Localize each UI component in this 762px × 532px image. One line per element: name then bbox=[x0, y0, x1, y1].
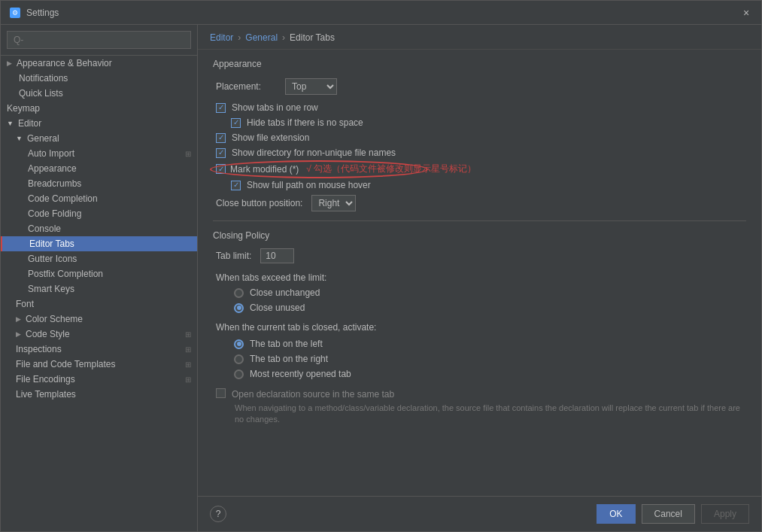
placement-select[interactable]: Top Bottom Left Right None bbox=[285, 78, 337, 95]
sidebar-item-gutter-icons[interactable]: Gutter Icons bbox=[1, 251, 197, 266]
sidebar-item-editor[interactable]: ▼ Editor bbox=[1, 116, 197, 131]
most-recently-radio[interactable] bbox=[234, 369, 244, 379]
settings-content: Appearance Placement: Top Bottom Left Ri… bbox=[198, 50, 761, 496]
hide-tabs-label: Hide tabs if there is no space bbox=[247, 117, 363, 128]
when-closed-radio-group: The tab on the left The tab on the right… bbox=[213, 339, 746, 379]
exceed-label-row: When tabs exceed the limit: bbox=[213, 272, 746, 283]
title-bar: ⚙ Settings × bbox=[1, 1, 761, 25]
close-unused-radio[interactable] bbox=[234, 303, 244, 313]
placement-row: Placement: Top Bottom Left Right None bbox=[213, 78, 746, 95]
close-btn-label: Close button position: bbox=[216, 198, 302, 208]
collapse-icon: ▶ bbox=[16, 330, 21, 338]
window-title: Settings bbox=[26, 8, 59, 18]
sidebar-item-notifications[interactable]: Notifications bbox=[1, 71, 197, 86]
apply-button[interactable]: Apply bbox=[701, 504, 749, 524]
sidebar-item-file-encodings[interactable]: File Encodings ⊞ bbox=[1, 372, 197, 387]
sidebar-item-editor-tabs[interactable]: Editor Tabs bbox=[1, 236, 197, 251]
breadcrumb-sep1: › bbox=[238, 32, 241, 43]
most-recently-row: Most recently opened tab bbox=[234, 369, 746, 379]
nav-tree: ▶ Appearance & Behavior Notifications Qu… bbox=[1, 56, 197, 531]
tab-right-radio[interactable] bbox=[234, 354, 244, 364]
search-box bbox=[1, 25, 197, 56]
collapse-icon: ▶ bbox=[7, 59, 12, 67]
open-declaration-label: Open declaration source in the same tab bbox=[232, 389, 394, 400]
open-declaration-desc: When navigating to a method/class/variab… bbox=[232, 403, 746, 426]
tab-left-row: The tab on the left bbox=[234, 339, 746, 349]
open-declaration-content: Open declaration source in the same tab … bbox=[232, 388, 746, 426]
sidebar-item-inspections[interactable]: Inspections ⊞ bbox=[1, 342, 197, 357]
sidebar: ▶ Appearance & Behavior Notifications Qu… bbox=[1, 25, 198, 531]
sidebar-item-color-scheme[interactable]: ▶ Color Scheme bbox=[1, 312, 197, 327]
ok-button[interactable]: OK bbox=[597, 504, 635, 524]
close-btn-select[interactable]: Right Left None bbox=[311, 195, 356, 211]
tab-limit-row: Tab limit: bbox=[213, 248, 746, 263]
close-unchanged-row: Close unchanged bbox=[234, 287, 746, 298]
breadcrumb-sep2: › bbox=[282, 32, 285, 43]
sidebar-item-auto-import[interactable]: Auto Import ⊞ bbox=[1, 146, 197, 161]
show-full-path-checkbox[interactable] bbox=[231, 181, 241, 190]
show-dir-checkbox[interactable] bbox=[216, 148, 226, 158]
sidebar-item-postfix-completion[interactable]: Postfix Completion bbox=[1, 266, 197, 281]
tab-right-label: The tab on the right bbox=[250, 354, 328, 364]
sidebar-item-code-completion[interactable]: Code Completion bbox=[1, 191, 197, 206]
close-unchanged-radio[interactable] bbox=[234, 288, 244, 298]
cancel-button[interactable]: Cancel bbox=[642, 504, 695, 524]
breadcrumb-editor[interactable]: Editor bbox=[210, 32, 233, 43]
close-unused-label: Close unused bbox=[250, 302, 305, 313]
show-full-path-row: Show full path on mouse hover bbox=[213, 180, 746, 190]
breadcrumb: Editor › General › Editor Tabs bbox=[198, 25, 761, 50]
show-tabs-checkbox[interactable] bbox=[216, 103, 226, 113]
show-tabs-label: Show tabs in one row bbox=[232, 102, 318, 113]
exceed-radio-group: Close unchanged Close unused bbox=[213, 287, 746, 313]
help-button[interactable]: ? bbox=[210, 506, 226, 522]
show-ext-checkbox[interactable] bbox=[216, 133, 226, 143]
sidebar-item-appearance-behavior[interactable]: ▶ Appearance & Behavior bbox=[1, 56, 197, 71]
open-declaration-checkbox[interactable] bbox=[216, 388, 226, 398]
tab-limit-input[interactable] bbox=[260, 248, 294, 263]
item-icon: ⊞ bbox=[185, 345, 191, 354]
settings-window: ⚙ Settings × ▶ Appearance & Behavior Not… bbox=[0, 0, 762, 532]
hide-tabs-checkbox[interactable] bbox=[231, 118, 241, 128]
sidebar-item-file-code-templates[interactable]: File and Code Templates ⊞ bbox=[1, 357, 197, 372]
search-input[interactable] bbox=[7, 31, 191, 49]
most-recently-label: Most recently opened tab bbox=[250, 369, 351, 379]
appearance-section-title: Appearance bbox=[213, 59, 746, 69]
sidebar-item-smart-keys[interactable]: Smart Keys bbox=[1, 281, 197, 296]
sidebar-item-code-style[interactable]: ▶ Code Style ⊞ bbox=[1, 327, 197, 342]
action-buttons: OK Cancel Apply bbox=[597, 504, 749, 524]
close-btn-position-row: Close button position: Right Left None bbox=[213, 195, 746, 211]
item-icon: ⊞ bbox=[185, 375, 191, 384]
title-bar-left: ⚙ Settings bbox=[10, 8, 59, 18]
sidebar-item-quick-lists[interactable]: Quick Lists bbox=[1, 86, 197, 101]
when-closed-title: When the current tab is closed, activate… bbox=[213, 322, 746, 333]
tab-limit-label: Tab limit: bbox=[216, 251, 251, 261]
mark-modified-label: Mark modified (*) bbox=[230, 164, 299, 175]
sidebar-item-appearance[interactable]: Appearance bbox=[1, 161, 197, 176]
tab-left-radio[interactable] bbox=[234, 339, 244, 349]
mark-modified-checkbox[interactable] bbox=[216, 164, 226, 174]
close-unused-row: Close unused bbox=[234, 302, 746, 313]
item-icon: ⊞ bbox=[185, 150, 191, 158]
app-icon: ⚙ bbox=[10, 8, 20, 18]
sidebar-item-general[interactable]: ▼ General bbox=[1, 131, 197, 146]
show-tabs-row: Show tabs in one row bbox=[213, 102, 746, 113]
mark-modified-annotation: √ 勾选（代码文件被修改则显示星号标记） bbox=[306, 163, 476, 175]
sidebar-item-live-templates[interactable]: Live Templates bbox=[1, 387, 197, 402]
open-declaration-row: Open declaration source in the same tab … bbox=[213, 388, 746, 426]
breadcrumb-general[interactable]: General bbox=[245, 32, 278, 43]
show-ext-row: Show file extension bbox=[213, 132, 746, 143]
sidebar-item-breadcrumbs[interactable]: Breadcrumbs bbox=[1, 176, 197, 191]
sidebar-item-keymap[interactable]: Keymap bbox=[1, 101, 197, 116]
sidebar-item-font[interactable]: Font bbox=[1, 296, 197, 312]
show-dir-label: Show directory for non-unique file names bbox=[232, 147, 396, 158]
window-close-button[interactable]: × bbox=[740, 7, 752, 19]
mark-modified-row: Mark modified (*) √ 勾选（代码文件被修改则显示星号标记） bbox=[213, 163, 746, 175]
tab-right-row: The tab on the right bbox=[234, 354, 746, 364]
item-icon: ⊞ bbox=[185, 330, 191, 339]
sidebar-item-code-folding[interactable]: Code Folding bbox=[1, 206, 197, 221]
sidebar-item-console[interactable]: Console bbox=[1, 221, 197, 236]
bottom-bar: ? OK Cancel Apply bbox=[198, 496, 761, 531]
show-full-path-label: Show full path on mouse hover bbox=[247, 180, 371, 190]
show-dir-row: Show directory for non-unique file names bbox=[213, 147, 746, 158]
closing-policy-title: Closing Policy bbox=[213, 230, 746, 241]
